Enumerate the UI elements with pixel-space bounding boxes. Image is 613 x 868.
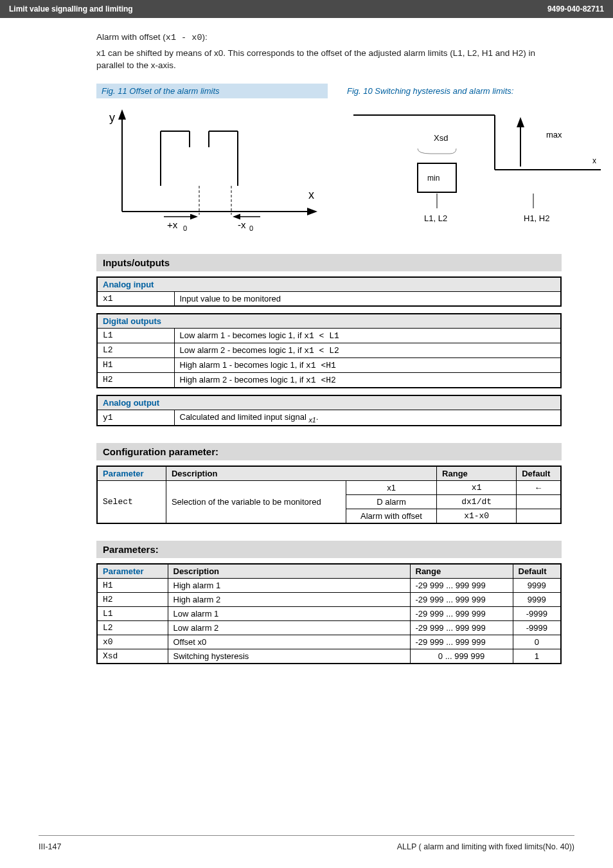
- footer-right: ALLP ( alarm and limiting with fixed lim…: [397, 842, 574, 851]
- cfg-opt-2: Alarm with offset: [346, 509, 436, 524]
- figure-10: Fig. 10 Switching hysteresis and alarm l…: [347, 84, 604, 237]
- pm-def-4: 0: [513, 635, 561, 649]
- section-config: Configuration parameter:: [96, 443, 562, 460]
- ao-sub: x1: [308, 415, 315, 423]
- cfg-param: Select: [97, 481, 166, 524]
- cfg-h-range: Range: [437, 466, 517, 481]
- cfg-h-def: Default: [517, 466, 561, 481]
- pm-desc-5: Switching hysteresis: [168, 649, 410, 664]
- table-analog-input: Analog input x1 Input value to be monito…: [96, 276, 562, 307]
- pm-desc-1: High alarm 2: [168, 593, 410, 607]
- header-left: Limit value signalling and limiting: [9, 5, 133, 14]
- do-desc-2: High alarm 1 - becomes logic 1, if x1 <H…: [174, 357, 561, 372]
- fig11-x: x: [308, 188, 314, 201]
- fig10-caption: Fig. 10 Switching hysteresis and alarm l…: [347, 84, 604, 98]
- cfg-range-1: dx1/dt: [437, 495, 517, 509]
- cfg-h-param: Parameter: [97, 466, 166, 481]
- pm-def-1: 9999: [513, 593, 561, 607]
- table-params: Parameter Description Range Default H1 H…: [96, 563, 562, 664]
- analog-input-desc: Input value to be monitored: [174, 291, 561, 306]
- cfg-range-0: x1: [437, 481, 517, 495]
- footer-left: III-147: [39, 842, 61, 851]
- fig10-h1h2: H1, H2: [524, 213, 549, 223]
- pm-desc-2: Low alarm 1: [168, 607, 410, 621]
- fig10-min: min: [427, 174, 440, 183]
- do-pre-0: Low alarm 1 - becomes logic 1, if: [180, 330, 305, 340]
- fig10-max: max: [546, 130, 562, 140]
- pm-def-5: 1: [513, 649, 561, 664]
- cfg-opt-1: D alarm: [346, 495, 436, 509]
- do-pre-1: Low alarm 2 - becomes logic 1, if: [180, 345, 305, 355]
- fig11-y: y: [109, 111, 115, 124]
- fig11-plusx: +x: [167, 219, 178, 230]
- do-desc-3: High alarm 2 - becomes logic 1, if x1 <H…: [174, 372, 561, 388]
- intro-line1b: ):: [202, 32, 208, 42]
- fig10-svg: max x Xsd min L1, L2 H1, H2: [347, 102, 604, 237]
- pm-range-4: -29 999 ... 999 999: [410, 635, 513, 649]
- do-desc-1: Low alarm 2 - becomes logic 1, if x1 < L…: [174, 343, 561, 357]
- pm-h-desc: Description: [168, 564, 410, 579]
- pm-desc-0: High alarm 1: [168, 579, 410, 593]
- pm-def-3: -9999: [513, 621, 561, 635]
- pm-range-2: -29 999 ... 999 999: [410, 607, 513, 621]
- do-cond-3: x1 <H2: [306, 375, 336, 385]
- fig11-zero1: 0: [183, 224, 187, 231]
- cfg-def-1: [517, 495, 561, 509]
- pm-range-5: 0 ... 999 999: [410, 649, 513, 664]
- intro-line2: x1 can be shifted by means of x0. This c…: [96, 47, 562, 72]
- header-right: 9499-040-82711: [547, 5, 604, 14]
- digital-outputs-title: Digital outputs: [97, 314, 561, 329]
- pm-desc-3: Low alarm 2: [168, 621, 410, 635]
- pm-key-3: L2: [97, 621, 168, 635]
- do-key-3: H2: [97, 372, 174, 388]
- do-pre-3: High alarm 2 - becomes logic 1, if: [180, 375, 306, 384]
- do-cond-1: x1 < L2: [304, 346, 339, 356]
- cfg-range-2: x1-x0: [437, 509, 517, 524]
- do-cond-2: x1 <H1: [306, 361, 336, 370]
- cfg-def-0: ←: [517, 481, 561, 495]
- analog-output-key: y1: [97, 410, 174, 426]
- table-digital-outputs: Digital outputs L1 Low alarm 1 - becomes…: [96, 313, 562, 388]
- pm-def-0: 9999: [513, 579, 561, 593]
- analog-output-desc: Calculated and limited input signal x1.: [174, 410, 561, 426]
- pm-key-2: L1: [97, 607, 168, 621]
- figure-11: Fig. 11 Offset of the alarm limits y x: [96, 84, 328, 237]
- table-analog-output: Analog output y1 Calculated and limited …: [96, 395, 562, 427]
- pm-def-2: -9999: [513, 607, 561, 621]
- do-cond-0: x1 < L1: [304, 331, 339, 341]
- pm-range-1: -29 999 ... 999 999: [410, 593, 513, 607]
- pm-key-1: H2: [97, 593, 168, 607]
- analog-input-key: x1: [97, 291, 174, 306]
- cfg-opt-0: x1: [346, 481, 436, 495]
- cfg-h-desc: Description: [166, 466, 436, 481]
- pm-key-0: H1: [97, 579, 168, 593]
- fig10-x: x: [592, 156, 596, 165]
- pm-key-4: x0: [97, 635, 168, 649]
- cfg-def-2: [517, 509, 561, 524]
- do-desc-0: Low alarm 1 - becomes logic 1, if x1 < L…: [174, 328, 561, 343]
- pm-h-range: Range: [410, 564, 513, 579]
- fig10-l1l2: L1, L2: [424, 213, 447, 223]
- pm-key-5: Xsd: [97, 649, 168, 664]
- intro-line1a: Alarm with offset (: [96, 32, 166, 42]
- page-footer: III-147 ALLP ( alarm and limiting with f…: [39, 835, 574, 851]
- intro-offset-expr: x1 - x0: [166, 33, 202, 42]
- pm-h-def: Default: [513, 564, 561, 579]
- pm-range-3: -29 999 ... 999 999: [410, 621, 513, 635]
- do-pre-2: High alarm 1 - becomes logic 1, if: [180, 360, 306, 370]
- fig11-svg: y x +x 0 -x 0: [96, 102, 328, 231]
- intro-block: Alarm with offset (x1 - x0): x1 can be s…: [39, 31, 574, 72]
- fig11-caption: Fig. 11 Offset of the alarm limits: [96, 84, 328, 98]
- fig10-xsd: Xsd: [434, 133, 448, 143]
- fig11-minusx: -x: [238, 219, 246, 230]
- cfg-desc: Selection of the variable to be monitore…: [166, 481, 346, 524]
- pm-desc-4: Offset x0: [168, 635, 410, 649]
- section-io: Inputs/outputs: [96, 254, 562, 271]
- analog-output-title: Analog output: [97, 395, 561, 410]
- section-params: Parameters:: [96, 541, 562, 558]
- pm-range-0: -29 999 ... 999 999: [410, 579, 513, 593]
- ao-desc-text: Calculated and limited input signal: [180, 412, 309, 422]
- do-key-2: H1: [97, 357, 174, 372]
- table-config: Parameter Description Range Default Sele…: [96, 466, 562, 524]
- fig11-zero2: 0: [249, 224, 253, 231]
